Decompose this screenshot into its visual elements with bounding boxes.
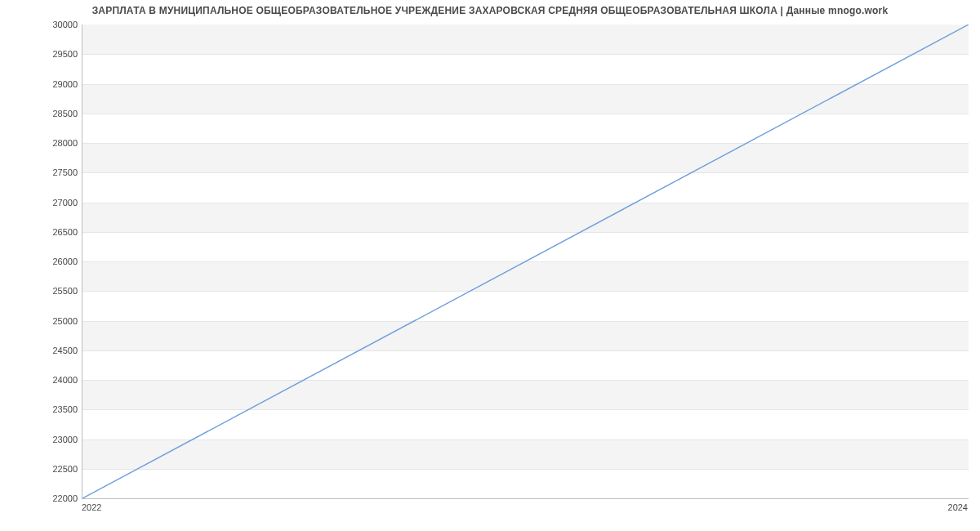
y-tick-label: 26500 <box>12 227 78 237</box>
y-tick-label: 29500 <box>12 49 78 59</box>
x-tick-label: 2022 <box>82 502 101 512</box>
y-tick-label: 25500 <box>12 286 78 296</box>
y-tick-label: 25000 <box>12 316 78 326</box>
y-tick-label: 28000 <box>12 138 78 148</box>
plot-area <box>82 25 969 499</box>
salary-line <box>82 25 969 498</box>
y-tick-label: 23000 <box>12 435 78 444</box>
y-tick-label: 23500 <box>12 404 78 414</box>
y-tick-label: 24500 <box>12 346 78 355</box>
y-tick-label: 30000 <box>12 20 78 29</box>
chart-line-layer <box>82 25 969 498</box>
x-tick-label: 2024 <box>948 502 968 512</box>
chart-container: ЗАРПЛАТА В МУНИЦИПАЛЬНОЕ ОБЩЕОБРАЗОВАТЕЛ… <box>0 0 980 531</box>
y-tick-label: 28500 <box>12 109 78 118</box>
y-tick-label: 22000 <box>12 493 78 503</box>
y-tick-label: 22500 <box>12 464 78 474</box>
y-tick-label: 27500 <box>12 167 78 177</box>
y-tick-label: 29000 <box>12 79 78 89</box>
y-tick-label: 26000 <box>12 257 78 266</box>
y-tick-label: 24000 <box>12 375 78 385</box>
chart-title: ЗАРПЛАТА В МУНИЦИПАЛЬНОЕ ОБЩЕОБРАЗОВАТЕЛ… <box>0 5 980 16</box>
y-tick-label: 27000 <box>12 198 78 207</box>
